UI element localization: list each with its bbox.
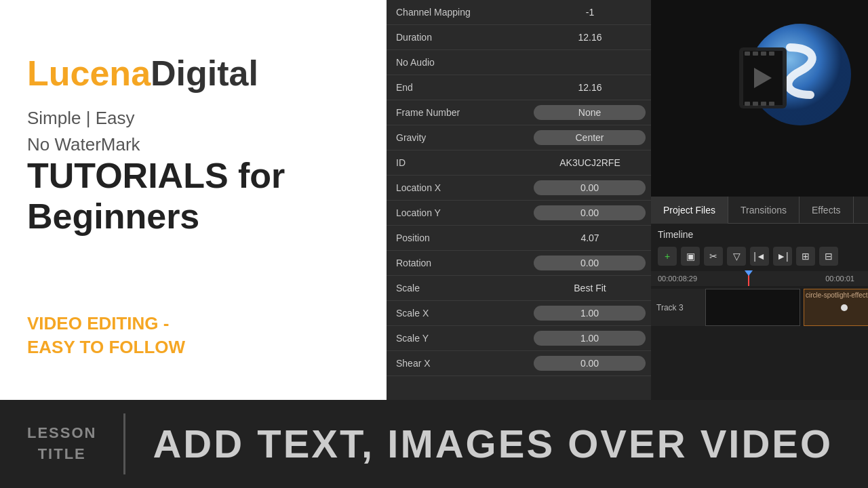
prop-value: Best Fit: [529, 283, 651, 293]
lesson-main-title: ADD TEXT, IMAGES OVER VIDEO: [153, 424, 833, 464]
clip-label: circle-spotlight-effect-v3.p: [806, 291, 868, 299]
svg-rect-6: [769, 52, 774, 56]
prop-label: Location Y: [387, 207, 528, 218]
prop-label: Scale: [387, 283, 529, 293]
left-branding-panel: LucenaDigital SPACE Simple | Easy No Wat…: [0, 0, 387, 400]
prop-row: Frame NumberNone: [387, 100, 651, 125]
prop-value[interactable]: 0.00: [534, 180, 646, 195]
prop-row: Rotation0.00: [387, 251, 651, 276]
prop-label: End: [387, 82, 529, 93]
prop-value[interactable]: 1.00: [534, 306, 646, 321]
prop-label: Frame Number: [387, 107, 528, 118]
prop-value: 12.16: [529, 82, 651, 93]
timeline-section: Timeline + ▣ ✂ ▽ |◄ ►| ⊞ ⊟ 00:00:08:29 0…: [651, 224, 868, 400]
prop-value[interactable]: 0.00: [534, 256, 646, 270]
svg-rect-3: [745, 52, 750, 56]
track-clip-black: [705, 289, 800, 326]
prop-value[interactable]: 1.00: [534, 331, 646, 346]
timeline-label: Timeline: [651, 229, 868, 244]
tab-effects[interactable]: Effects: [800, 197, 854, 224]
svg-rect-4: [753, 52, 758, 56]
track-3-content[interactable]: circle-spotlight-effect-v3.p: [705, 289, 868, 326]
prop-value[interactable]: None: [534, 105, 646, 120]
lesson-word: LESSON: [27, 423, 96, 444]
extra-button[interactable]: ⊟: [819, 247, 838, 266]
prop-value: -1: [529, 7, 651, 18]
properties-panel: Channel Mapping-1Duration12.16No AudioEn…: [387, 0, 651, 400]
timeline-tracks: Track 3 circle-spotlight-effect-v3.p: [651, 289, 868, 326]
brand-name: LucenaDigital: [27, 54, 258, 93]
timecode-start: 00:00:08:29: [651, 274, 697, 283]
brand-digital: Digital: [151, 54, 258, 93]
prop-row: Channel Mapping-1: [387, 0, 651, 25]
prop-row: Location X0.00: [387, 176, 651, 201]
bottom-bar: LESSON TITLE ADD TEXT, IMAGES OVER VIDEO: [0, 400, 868, 488]
grid-button[interactable]: ⊞: [796, 247, 815, 266]
lesson-title-block: LESSON TITLE: [27, 423, 96, 465]
prop-value: AK3UCJ2RFE: [529, 157, 651, 168]
cut-button[interactable]: ✂: [704, 247, 723, 266]
prop-label: ID: [387, 157, 529, 168]
prop-row: Scale Y1.00: [387, 326, 651, 351]
timeline-ruler: 00:00:08:29 00:00:01: [651, 271, 868, 286]
dropdown-button[interactable]: ▽: [727, 247, 746, 266]
prop-label: Location X: [387, 182, 528, 193]
jump-end-button[interactable]: ►|: [773, 247, 792, 266]
jump-start-button[interactable]: |◄: [750, 247, 769, 266]
prop-label: Rotation: [387, 258, 528, 268]
prop-value: 4.07: [529, 232, 651, 243]
svg-rect-8: [753, 102, 758, 106]
prop-value: 12.16: [529, 32, 651, 43]
track-3-label: Track 3: [651, 303, 705, 312]
lesson-section: LESSON TITLE ADD TEXT, IMAGES OVER VIDEO: [0, 413, 860, 474]
prop-label: No Audio: [387, 57, 529, 68]
prop-label: Position: [387, 232, 529, 243]
brand-lucena: Lucena: [27, 54, 151, 93]
prop-row: No Audio: [387, 50, 651, 75]
svg-rect-7: [745, 102, 750, 106]
editor-panel: Project Files Transitions Effects Timeli…: [651, 0, 868, 400]
track-row: Track 3 circle-spotlight-effect-v3.p: [651, 289, 868, 326]
add-button[interactable]: +: [658, 247, 677, 266]
tabs-bar: Project Files Transitions Effects: [651, 197, 868, 224]
tab-project-files[interactable]: Project Files: [651, 197, 728, 224]
prop-row: ScaleBest Fit: [387, 276, 651, 301]
prop-row: IDAK3UCJ2RFE: [387, 150, 651, 176]
prop-label: Scale Y: [387, 333, 528, 344]
prop-row: Location Y0.00: [387, 201, 651, 226]
clip-dot-icon: [841, 304, 848, 311]
prop-row: Duration12.16: [387, 25, 651, 50]
prop-row: Shear X0.00: [387, 351, 651, 376]
prop-label: Gravity: [387, 132, 528, 143]
prop-row: Position4.07: [387, 226, 651, 251]
tutorials-text: TUTORIALS for Beginners: [27, 156, 285, 237]
prop-value[interactable]: 0.00: [534, 356, 646, 371]
film-logo-icon: [726, 7, 861, 142]
prop-label: Scale X: [387, 308, 528, 319]
prop-row: End12.16: [387, 75, 651, 100]
timecode-end: 00:00:01: [825, 274, 854, 283]
svg-rect-5: [761, 52, 766, 56]
svg-rect-10: [769, 102, 774, 106]
prop-value[interactable]: Center: [534, 130, 646, 145]
timeline-toolbar: + ▣ ✂ ▽ |◄ ►| ⊞ ⊟: [651, 244, 868, 268]
tab-transitions[interactable]: Transitions: [728, 197, 800, 224]
playhead[interactable]: [748, 271, 749, 286]
divider: [123, 413, 125, 474]
prop-row: GravityCenter: [387, 125, 651, 150]
preview-area: [651, 0, 868, 197]
insert-button[interactable]: ▣: [681, 247, 700, 266]
prop-row: Scale X1.00: [387, 301, 651, 326]
prop-label: Duration: [387, 32, 529, 43]
playhead-head: [745, 270, 753, 276]
prop-value[interactable]: 0.00: [534, 205, 646, 220]
brand-subtitle: Simple | Easy No WaterMark: [27, 105, 140, 158]
title-word: TITLE: [38, 444, 86, 465]
prop-label: Shear X: [387, 358, 528, 369]
svg-rect-9: [761, 102, 766, 106]
video-editing-text: VIDEO EDITING - EASY TO FOLLOW: [27, 312, 185, 359]
prop-label: Channel Mapping: [387, 7, 529, 18]
